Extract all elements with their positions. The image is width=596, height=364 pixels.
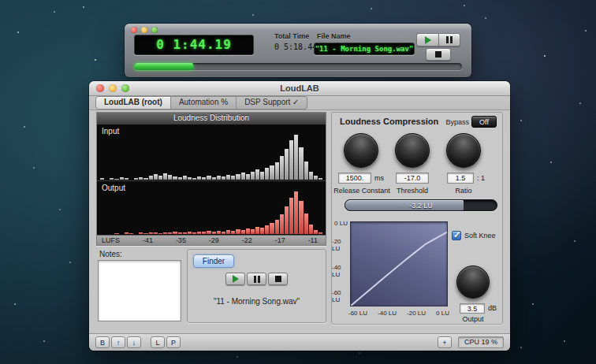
x-axis-label: -60 LU — [348, 310, 367, 317]
output-knob[interactable] — [456, 266, 490, 299]
l-button[interactable]: L — [151, 336, 165, 348]
x-axis-label: -20 LU — [407, 310, 426, 317]
histogram-bar — [285, 149, 289, 180]
pause-icon — [446, 36, 453, 43]
play-button[interactable] — [225, 273, 245, 285]
histogram-bar — [275, 162, 279, 180]
histogram-bar — [178, 232, 182, 234]
window-title: LoudLAB — [89, 81, 510, 95]
histogram-bar — [318, 232, 322, 234]
stars — [0, 0, 2, 2]
histogram-bar — [251, 172, 255, 180]
histogram-bar — [280, 214, 284, 234]
histogram-bar — [168, 232, 172, 234]
p-button[interactable]: P — [166, 336, 181, 348]
soft-knee-control[interactable]: Soft Knee — [452, 231, 496, 240]
output-field[interactable]: 3.5 — [460, 303, 485, 314]
stop-icon — [435, 51, 441, 58]
gauge-value: -3.2 LU — [345, 200, 497, 210]
release-constant-knob[interactable] — [344, 133, 378, 168]
y-axis-label: -20 LU — [332, 238, 348, 252]
threshold-knob[interactable] — [395, 133, 430, 168]
notes-input[interactable] — [98, 260, 181, 321]
histogram-bar — [289, 140, 293, 180]
histogram-bar — [202, 177, 206, 180]
graph-x-axis: -60 LU -40 LU -20 LU 0 LU — [348, 310, 449, 317]
input-bars — [100, 135, 322, 180]
bypass-label: Bypass — [445, 118, 469, 126]
file-name-display: "11 - Morning Song.wav" — [314, 43, 415, 55]
histogram-bar — [110, 178, 114, 180]
titlebar[interactable]: LoudLAB — [89, 81, 510, 96]
play-button[interactable] — [416, 33, 438, 46]
file-name-label: File Name — [317, 32, 351, 40]
histogram-bar — [114, 233, 118, 234]
player-traffic-lights — [131, 27, 158, 33]
bottom-toolbar: B ↑ ↓ L P + CPU 19 % — [89, 333, 510, 351]
histogram-bar — [139, 177, 143, 180]
finder-button[interactable]: Finder — [193, 254, 234, 268]
histogram-bar — [207, 231, 210, 234]
histogram-bar — [143, 178, 147, 180]
release-constant-field[interactable]: 1500. — [338, 173, 371, 184]
pause-button[interactable] — [247, 273, 266, 285]
b-button[interactable]: B — [95, 336, 110, 348]
histogram-bar — [120, 177, 124, 180]
histogram-bar — [154, 174, 158, 180]
histogram-bar — [154, 232, 158, 234]
bypass-toggle-button[interactable]: Off — [471, 116, 497, 128]
add-button[interactable]: + — [438, 336, 452, 348]
tab-automation[interactable]: Automation % — [171, 96, 237, 110]
histogram-bar — [309, 225, 313, 234]
histogram-bar — [265, 168, 269, 180]
transfer-curve-graph — [350, 221, 448, 306]
histogram-bar — [309, 172, 313, 180]
tab-dsp-support[interactable]: DSP Support ✓ — [237, 96, 307, 110]
pause-button[interactable] — [438, 33, 460, 46]
ratio-label: Ratio — [435, 187, 492, 195]
lufs-axis: LUFS -41 -35 -29 -22 -17 -11 — [97, 235, 326, 245]
desktop: 0 1:44.19 Total Time 0 5:18.440 File Nam… — [0, 0, 596, 364]
stop-button[interactable] — [268, 273, 288, 285]
histogram-bar — [231, 231, 235, 234]
threshold-label: Threshold — [384, 187, 441, 195]
histogram-bar — [192, 178, 196, 180]
histogram-bar — [314, 230, 318, 234]
ratio-knob[interactable] — [446, 133, 481, 168]
histogram-bar — [236, 174, 240, 180]
cpu-usage-display: CPU 19 % — [458, 336, 504, 348]
axis-label: -11 — [308, 236, 318, 245]
histogram-bar — [222, 176, 225, 180]
axis-label: -41 — [143, 236, 153, 245]
output-histogram: Output — [97, 181, 326, 235]
zoom-icon[interactable] — [151, 27, 158, 33]
current-file-name: "11 - Morning Song.wav" — [188, 297, 326, 306]
loudness-distribution-panel: Loudness Distribution Input Output LUFS … — [96, 112, 326, 246]
stop-button[interactable] — [426, 48, 451, 61]
soft-knee-checkbox[interactable] — [452, 231, 461, 240]
ratio-field[interactable]: 1.5 — [447, 173, 474, 184]
threshold-field[interactable]: -17.0 — [396, 173, 429, 184]
histogram-bar — [114, 179, 118, 180]
histogram-bar — [173, 176, 177, 180]
minimize-icon[interactable] — [141, 27, 147, 33]
tab-loudlab-root[interactable]: LoudLAB (root) — [95, 96, 171, 110]
histogram-bar — [183, 176, 187, 180]
down-arrow-button[interactable]: ↓ — [127, 336, 141, 348]
y-axis-label: -40 LU — [332, 264, 348, 278]
close-icon[interactable] — [131, 27, 137, 33]
tab-bar: LoudLAB (root) Automation % DSP Support … — [89, 96, 510, 110]
playback-progress-bar[interactable] — [134, 63, 462, 70]
histogram-bar — [197, 176, 201, 180]
panel-transport-group — [225, 273, 288, 285]
up-arrow-button[interactable]: ↑ — [111, 336, 125, 348]
histogram-bar — [299, 147, 303, 180]
file-name-block: File Name — [317, 32, 351, 40]
compression-title: Loudness Compression — [340, 117, 438, 126]
histogram-bar — [255, 227, 259, 234]
loudness-compression-panel: Loudness Compression Bypass Off 1500. ms… — [331, 112, 503, 325]
total-time-label: Total Time — [274, 32, 322, 40]
content-area: Loudness Distribution Input Output LUFS … — [89, 110, 510, 333]
input-label: Input — [102, 127, 119, 136]
histogram-bar — [217, 231, 221, 234]
